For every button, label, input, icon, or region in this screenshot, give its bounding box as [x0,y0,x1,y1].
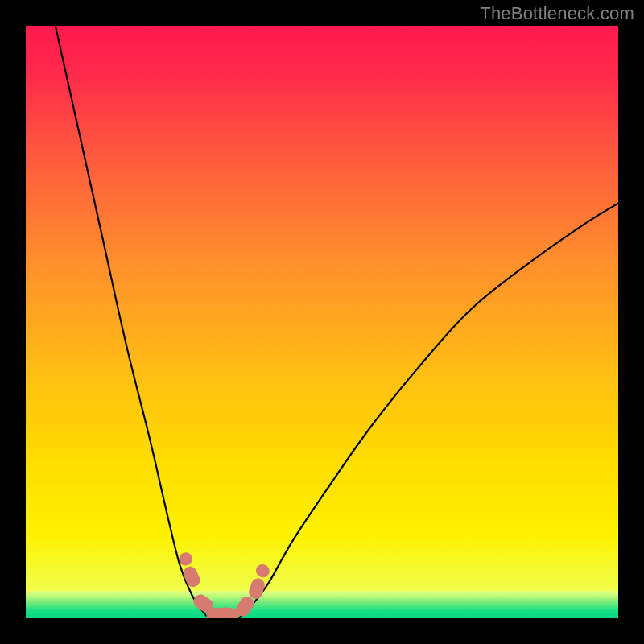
plot-area [26,26,618,618]
figure-frame: TheBottleneck.com [0,0,644,644]
gradient-background [26,26,618,618]
watermark-text: TheBottleneck.com [480,3,634,24]
bottleneck-chart [26,26,618,618]
green-zone [26,591,618,618]
